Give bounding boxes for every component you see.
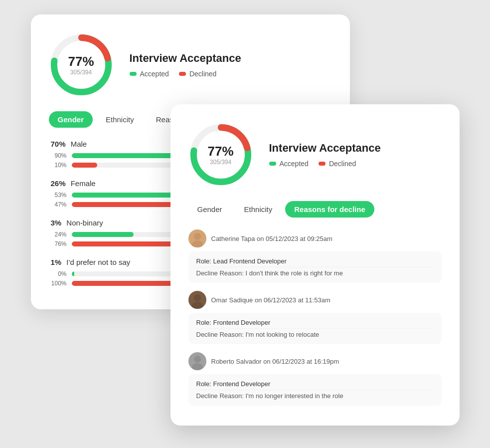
back-chart-title: Interview Acceptance xyxy=(130,52,241,65)
gender-pct-prefer-not: 1% xyxy=(51,258,62,266)
decline-divider-roberto xyxy=(196,390,434,390)
decline-username-catherine: Catherine Tapa on 05/12/2023 at 09:25am xyxy=(211,235,332,242)
svg-point-6 xyxy=(194,233,201,240)
front-donut-chart: 77% 305/394 xyxy=(188,122,253,187)
back-ratio: 305/394 xyxy=(68,68,94,75)
decline-divider-catherine xyxy=(196,267,434,267)
front-card: 77% 305/394 Interview Acceptance Accepte… xyxy=(170,104,460,426)
avatar-catherine xyxy=(188,229,206,247)
decline-item-omar: Omar Sadique on 06/12/2023 at 11:53am Ro… xyxy=(188,291,442,344)
decline-card-omar: Role: Frontend Developer Decline Reason:… xyxy=(188,313,442,344)
decline-reason-omar: Decline Reason: I'm not looking to reloc… xyxy=(196,331,434,338)
bar-label-male-10: 10% xyxy=(51,162,67,169)
bar-label-female-47: 47% xyxy=(51,201,67,208)
front-ratio: 305/394 xyxy=(207,158,233,165)
decline-item-catherine: Catherine Tapa on 05/12/2023 at 09:25am … xyxy=(188,229,442,283)
bar-label-pn-0: 0% xyxy=(51,270,67,277)
svg-point-10 xyxy=(194,356,201,363)
decline-user-roberto: Roberto Salvador on 06/12/2023 at 16:19p… xyxy=(188,352,442,370)
decline-divider-omar xyxy=(196,328,434,329)
bar-label-nb-24: 24% xyxy=(51,231,67,238)
decline-item-roberto: Roberto Salvador on 06/12/2023 at 16:19p… xyxy=(188,352,442,406)
tab-gender-back[interactable]: Gender xyxy=(49,111,93,128)
svg-point-11 xyxy=(192,363,203,370)
decline-card-catherine: Role: Lead Frontend Developer Decline Re… xyxy=(188,251,442,283)
back-percent: 77% xyxy=(68,54,94,69)
front-chart-title: Interview Acceptance xyxy=(269,142,381,155)
decline-username-roberto: Roberto Salvador on 06/12/2023 at 16:19p… xyxy=(211,358,339,365)
gender-pct-female: 26% xyxy=(51,179,66,188)
front-legend-accepted: Accepted xyxy=(269,160,309,168)
avatar-omar xyxy=(188,291,206,309)
decline-reason-catherine: Decline Reason: I don't think the role i… xyxy=(196,269,434,277)
decline-role-omar: Role: Frontend Developer xyxy=(196,319,434,326)
front-legend-declined: Declined xyxy=(319,160,356,168)
back-donut-chart: 77% 305/394 xyxy=(49,32,114,97)
svg-point-7 xyxy=(192,240,203,247)
front-donut-center: 77% 305/394 xyxy=(207,144,233,166)
front-accepted-dot xyxy=(269,162,276,166)
decline-role-catherine: Role: Lead Frontend Developer xyxy=(196,257,434,265)
bar-fill-nb-green xyxy=(72,232,134,237)
front-legend-items: Accepted Declined xyxy=(269,160,381,168)
accepted-dot xyxy=(130,72,137,76)
accepted-label: Accepted xyxy=(140,70,169,78)
decline-username-omar: Omar Sadique on 06/12/2023 at 11:53am xyxy=(211,296,330,304)
back-legend-accepted: Accepted xyxy=(130,70,169,78)
decline-card-roberto: Role: Frontend Developer Decline Reason:… xyxy=(188,374,442,406)
decline-list: Catherine Tapa on 05/12/2023 at 09:25am … xyxy=(188,229,442,406)
svg-point-9 xyxy=(192,302,203,309)
front-accepted-label: Accepted xyxy=(280,160,309,168)
decline-user-omar: Omar Sadique on 06/12/2023 at 11:53am xyxy=(188,291,442,309)
declined-label: Declined xyxy=(189,70,216,78)
tab-ethnicity-front[interactable]: Ethnicity xyxy=(235,201,282,218)
back-chart-header: 77% 305/394 Interview Acceptance Accepte… xyxy=(49,32,332,97)
tab-gender-front[interactable]: Gender xyxy=(188,201,231,218)
decline-role-roberto: Role: Frontend Developer xyxy=(196,380,434,388)
front-chart-header: 77% 305/394 Interview Acceptance Accepte… xyxy=(188,122,442,187)
decline-reason-roberto: Decline Reason: I'm no longer interested… xyxy=(196,392,434,400)
front-declined-label: Declined xyxy=(329,160,356,168)
front-percent: 77% xyxy=(207,144,233,159)
bar-label-female-53: 53% xyxy=(51,192,67,199)
bar-label-nb-76: 76% xyxy=(51,240,67,247)
front-legend: Interview Acceptance Accepted Declined xyxy=(269,142,381,168)
back-legend-items: Accepted Declined xyxy=(130,70,241,78)
svg-point-8 xyxy=(194,294,201,301)
decline-user-catherine: Catherine Tapa on 05/12/2023 at 09:25am xyxy=(188,229,442,247)
bar-fill-male-red xyxy=(72,163,98,168)
front-declined-dot xyxy=(319,162,326,166)
back-legend: Interview Acceptance Accepted Declined xyxy=(130,52,241,78)
back-legend-declined: Declined xyxy=(179,70,216,78)
bar-label-pn-100: 100% xyxy=(51,280,67,287)
front-tabs: Gender Ethnicity Reasons for decline xyxy=(188,201,442,218)
tab-ethnicity-back[interactable]: Ethnicity xyxy=(97,111,143,128)
avatar-roberto xyxy=(188,352,206,370)
gender-pct-male: 70% xyxy=(51,140,66,148)
bar-label-male-90: 90% xyxy=(51,152,67,159)
back-donut-center: 77% 305/394 xyxy=(68,54,94,76)
tab-reasons-front[interactable]: Reasons for decline xyxy=(285,201,374,218)
declined-dot xyxy=(179,72,186,76)
gender-pct-nonbinary: 3% xyxy=(51,219,62,227)
bar-fill-pn-green xyxy=(72,271,74,276)
